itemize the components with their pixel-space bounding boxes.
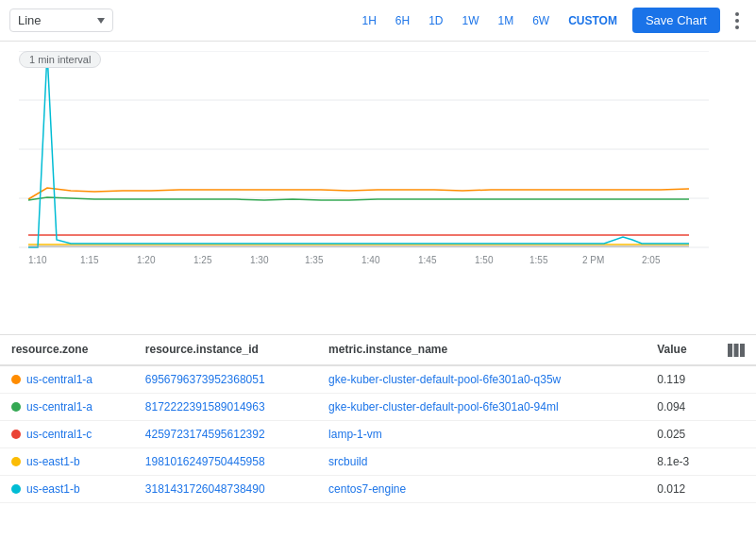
instance-link-2[interactable]: 4259723174595612392 <box>145 428 265 441</box>
cell-value-0: 0.119 <box>646 365 716 394</box>
time-btn-1m[interactable]: 1M <box>491 10 522 31</box>
x-label-140: 1:40 <box>361 255 380 265</box>
cell-instance-4: 3181431726048738490 <box>134 475 317 502</box>
series-dot-3 <box>11 457 21 466</box>
zone-link-4[interactable]: us-east1-b <box>26 482 80 496</box>
time-btn-1d[interactable]: 1D <box>421 10 450 31</box>
time-btn-1w[interactable]: 1W <box>455 10 487 31</box>
series-dot-1 <box>11 402 21 412</box>
x-label-205: 2:05 <box>642 255 661 265</box>
data-table: resource.zone resource.instance_id metri… <box>0 335 756 503</box>
cell-zone-2: us-central1-c <box>0 420 134 447</box>
cell-instance-1: 8172222391589014963 <box>134 393 317 420</box>
instance-link-4[interactable]: 3181431726048738490 <box>145 482 265 496</box>
metric-link-1[interactable]: gke-kuber-cluster-default-pool-6fe301a0-… <box>328 400 558 414</box>
table-row: us-east1-b 1981016249750445958 srcbuild … <box>0 447 756 475</box>
x-label-155: 1:55 <box>529 255 548 265</box>
table-body: us-central1-a 6956796373952368051 gke-ku… <box>0 365 756 503</box>
series-dot-4 <box>11 484 21 494</box>
x-label-115: 1:15 <box>80 255 99 265</box>
chart-type-dropdown[interactable]: Line <box>9 8 113 32</box>
cell-value-3: 8.1e-3 <box>646 447 716 475</box>
cell-metric-0: gke-kuber-cluster-default-pool-6fe301a0-… <box>317 365 646 394</box>
cell-value-2: 0.025 <box>646 420 716 447</box>
table-container: resource.zone resource.instance_id metri… <box>0 334 756 557</box>
cell-metric-3: srcbuild <box>317 447 646 475</box>
cell-instance-2: 4259723174595612392 <box>134 420 317 447</box>
cell-instance-0: 6956796373952368051 <box>134 365 317 394</box>
time-btn-1h[interactable]: 1H <box>354 10 383 31</box>
cell-zone-0: us-central1-a <box>0 365 134 394</box>
chart-svg: 0 0.1 0.2 0.3 0.4 1:10 1:15 1:20 1:25 1:… <box>19 51 709 296</box>
col-value: Value <box>646 335 716 365</box>
x-label-135: 1:35 <box>305 255 324 265</box>
cell-metric-2: lamp-1-vm <box>317 420 646 447</box>
cell-metric-1: gke-kuber-cluster-default-pool-6fe301a0-… <box>317 393 646 420</box>
more-dot-1 <box>735 12 739 16</box>
columns-icon[interactable] <box>728 344 745 357</box>
chart-type-label: Line <box>18 13 92 27</box>
col-instance-id: resource.instance_id <box>134 335 317 365</box>
zone-link-0[interactable]: us-central1-a <box>26 373 92 386</box>
col-zone: resource.zone <box>0 335 134 365</box>
x-label-120: 1:20 <box>137 255 156 265</box>
svg-rect-6 <box>734 344 739 357</box>
zone-link-2[interactable]: us-central1-c <box>26 428 92 441</box>
cell-empty-3 <box>716 447 756 475</box>
cell-value-1: 0.094 <box>646 393 716 420</box>
instance-link-0[interactable]: 6956796373952368051 <box>145 373 265 386</box>
time-btn-custom[interactable]: CUSTOM <box>561 10 625 31</box>
table-row: us-east1-b 3181431726048738490 centos7-e… <box>0 475 756 502</box>
time-btn-6w[interactable]: 6W <box>525 10 557 31</box>
svg-rect-7 <box>740 344 745 357</box>
chart-container: 1 min interval 0 0.1 0.2 0.3 0.4 1:10 1:… <box>0 42 756 334</box>
time-buttons: 1H 6H 1D 1W 1M 6W CUSTOM <box>354 10 624 31</box>
more-dot-3 <box>735 25 739 29</box>
cell-value-4: 0.012 <box>646 475 716 502</box>
save-chart-button[interactable]: Save Chart <box>632 8 720 33</box>
table-row: us-central1-a 8172222391589014963 gke-ku… <box>0 393 756 420</box>
x-label-130: 1:30 <box>250 255 269 265</box>
more-options-button[interactable] <box>728 11 747 30</box>
x-label-2pm: 2 PM <box>582 255 604 265</box>
header: Line 1H 6H 1D 1W 1M 6W CUSTOM Save Chart <box>0 0 756 42</box>
col-icon <box>716 335 756 365</box>
metric-link-3[interactable]: srcbuild <box>328 455 367 468</box>
cell-zone-4: us-east1-b <box>0 475 134 502</box>
series-dot-0 <box>11 375 21 384</box>
series-dot-2 <box>11 430 21 439</box>
cell-zone-1: us-central1-a <box>0 393 134 420</box>
time-btn-6h[interactable]: 6H <box>388 10 417 31</box>
zone-link-3[interactable]: us-east1-b <box>26 455 80 468</box>
table-row: us-central1-c 4259723174595612392 lamp-1… <box>0 420 756 447</box>
x-label-110: 1:10 <box>28 255 47 265</box>
metric-link-2[interactable]: lamp-1-vm <box>328 428 382 441</box>
more-dot-2 <box>735 19 739 23</box>
zone-link-1[interactable]: us-central1-a <box>26 400 92 414</box>
table-row: us-central1-a 6956796373952368051 gke-ku… <box>0 365 756 394</box>
chevron-down-icon <box>97 18 105 24</box>
x-label-145: 1:45 <box>418 255 437 265</box>
table-header-row: resource.zone resource.instance_id metri… <box>0 335 756 365</box>
instance-link-1[interactable]: 8172222391589014963 <box>145 400 265 414</box>
cell-empty-0 <box>716 365 756 394</box>
x-label-125: 1:25 <box>193 255 212 265</box>
cell-empty-2 <box>716 420 756 447</box>
col-metric-name: metric.instance_name <box>317 335 646 365</box>
cell-instance-3: 1981016249750445958 <box>134 447 317 475</box>
cell-empty-1 <box>716 393 756 420</box>
x-label-150: 1:50 <box>475 255 494 265</box>
svg-rect-5 <box>728 344 732 357</box>
instance-link-3[interactable]: 1981016249750445958 <box>145 455 265 468</box>
cell-zone-3: us-east1-b <box>0 447 134 475</box>
interval-badge: 1 min interval <box>19 51 101 68</box>
line-cyan <box>28 53 689 247</box>
line-orange <box>28 188 689 199</box>
metric-link-4[interactable]: centos7-engine <box>328 482 406 496</box>
metric-link-0[interactable]: gke-kuber-cluster-default-pool-6fe301a0-… <box>328 373 561 386</box>
cell-empty-4 <box>716 475 756 502</box>
cell-metric-4: centos7-engine <box>317 475 646 502</box>
